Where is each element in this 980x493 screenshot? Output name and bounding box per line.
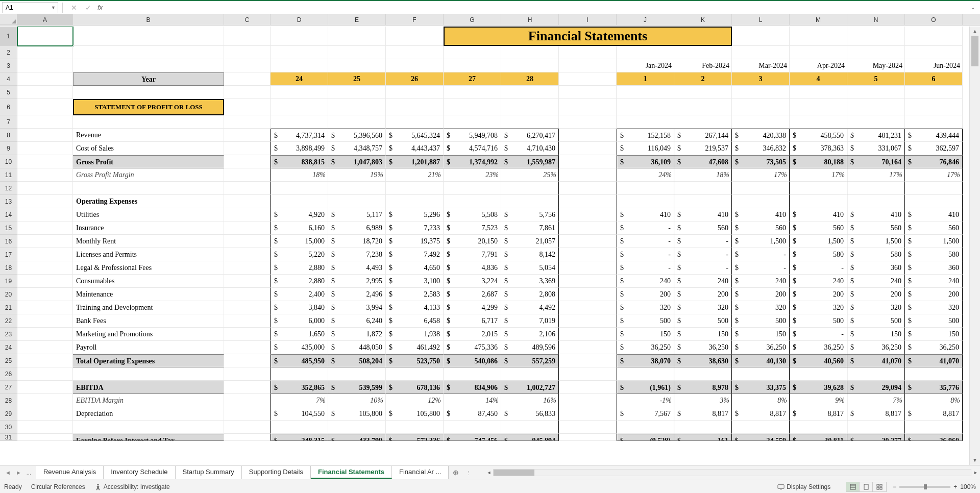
line-item-label[interactable] <box>73 421 224 434</box>
column-header-J[interactable]: J <box>617 14 674 25</box>
row-header-9[interactable]: 9 <box>0 142 17 155</box>
line-item-label[interactable]: EBITDA <box>73 381 224 394</box>
select-all-corner[interactable] <box>0 14 17 25</box>
line-item-label[interactable] <box>73 182 224 195</box>
sheet-tab[interactable]: Inventory Schedule <box>104 466 175 479</box>
column-header-M[interactable]: M <box>790 14 847 25</box>
line-item-label[interactable]: Bank Fees <box>73 314 224 328</box>
month-number[interactable]: 4 <box>790 72 847 86</box>
line-item-label[interactable]: Cost of Sales <box>73 142 224 155</box>
line-item-label[interactable]: Legal & Professional Fees <box>73 261 224 275</box>
month-number[interactable]: 6 <box>905 72 963 86</box>
row-header-16[interactable]: 16 <box>0 235 17 248</box>
line-item-label[interactable]: Maintenance <box>73 288 224 301</box>
hscroll-left-icon[interactable]: ◄ <box>484 470 493 475</box>
column-header-E[interactable]: E <box>328 14 386 25</box>
line-item-label[interactable]: EBITDA Margin <box>73 394 224 407</box>
row-header-7[interactable]: 7 <box>0 115 17 129</box>
line-item-label[interactable]: Insurance <box>73 221 224 235</box>
row-header-6[interactable]: 6 <box>0 99 17 115</box>
line-item-label[interactable]: Gross Profit Margin <box>73 168 224 182</box>
hscroll-right-icon[interactable]: ► <box>971 470 980 475</box>
view-page-layout-icon[interactable] <box>860 482 873 491</box>
month-label[interactable]: Jun-2024 <box>905 59 963 72</box>
zoom-in-icon[interactable]: + <box>953 483 957 490</box>
line-item-label[interactable] <box>73 367 224 381</box>
row-header-24[interactable]: 24 <box>0 341 17 354</box>
line-item-label[interactable]: Gross Profit <box>73 155 224 168</box>
line-item-label[interactable]: Monthly Rent <box>73 235 224 248</box>
month-label[interactable]: May-2024 <box>847 59 905 72</box>
row-header-23[interactable]: 23 <box>0 328 17 341</box>
expand-formula-bar-icon[interactable]: ⌄ <box>968 5 978 10</box>
row-header-15[interactable]: 15 <box>0 221 17 235</box>
line-item-label[interactable]: Licenses and Permits <box>73 248 224 261</box>
tab-more-icon[interactable]: ... <box>24 470 33 476</box>
row-header-19[interactable]: 19 <box>0 275 17 288</box>
row-header-2[interactable]: 2 <box>0 46 17 59</box>
month-number[interactable]: 5 <box>847 72 905 86</box>
column-header-H[interactable]: H <box>501 14 559 25</box>
year-label[interactable]: Year <box>73 72 224 86</box>
row-header-5[interactable]: 5 <box>0 86 17 99</box>
cancel-icon[interactable]: ✕ <box>67 4 81 12</box>
year-number[interactable]: 27 <box>444 72 501 86</box>
month-number[interactable]: 3 <box>732 72 790 86</box>
row-header-29[interactable]: 29 <box>0 407 17 421</box>
month-label[interactable]: Feb-2024 <box>674 59 732 72</box>
sheet-tab[interactable]: Revenue Analysis <box>36 466 104 479</box>
fx-icon[interactable]: fx <box>97 4 103 11</box>
sheet-tab[interactable]: Startup Summary <box>176 466 242 479</box>
month-number[interactable]: 2 <box>674 72 732 86</box>
zoom-slider[interactable] <box>899 486 950 488</box>
section-header[interactable]: STATEMENT OF PROFIT OR LOSS <box>73 99 224 115</box>
display-settings[interactable]: Display Settings <box>777 483 830 490</box>
line-item-label[interactable]: Utilities <box>73 208 224 221</box>
view-page-break-icon[interactable] <box>873 482 886 491</box>
sheet-tab[interactable]: Supporting Details <box>242 466 311 479</box>
row-header-8[interactable]: 8 <box>0 129 17 142</box>
row-header-27[interactable]: 27 <box>0 381 17 394</box>
name-box-dropdown-icon[interactable]: ▼ <box>51 5 56 10</box>
row-header-12[interactable]: 12 <box>0 182 17 195</box>
hscroll-thumb[interactable] <box>494 470 534 476</box>
add-sheet-icon[interactable]: ⊕ <box>449 469 463 477</box>
row-header-28[interactable]: 28 <box>0 394 17 407</box>
row-header-21[interactable]: 21 <box>0 301 17 314</box>
row-header-22[interactable]: 22 <box>0 314 17 328</box>
line-item-label[interactable]: Consumables <box>73 275 224 288</box>
column-header-B[interactable]: B <box>73 14 224 25</box>
name-box[interactable]: A1 ▼ <box>2 2 58 13</box>
line-item-label[interactable]: Earning Before Interest and Tax <box>73 434 224 441</box>
line-item-label[interactable]: Training and Development <box>73 301 224 314</box>
year-number[interactable]: 28 <box>501 72 559 86</box>
horizontal-scrollbar[interactable]: ◄ ► <box>484 469 980 476</box>
row-header-30[interactable]: 30 <box>0 421 17 434</box>
tab-next-icon[interactable]: ► <box>14 470 23 476</box>
row-header-14[interactable]: 14 <box>0 208 17 221</box>
row-header-10[interactable]: 10 <box>0 155 17 168</box>
line-item-label[interactable]: Revenue <box>73 129 224 142</box>
sheet-tab[interactable]: Financial Statements <box>311 466 392 479</box>
row-header-20[interactable]: 20 <box>0 288 17 301</box>
column-header-L[interactable]: L <box>732 14 790 25</box>
row-header-13[interactable]: 13 <box>0 195 17 208</box>
line-item-label[interactable]: Total Operating Expenses <box>73 354 224 367</box>
month-label[interactable]: Apr-2024 <box>790 59 847 72</box>
scroll-up-icon[interactable]: ▲ <box>970 27 980 36</box>
line-item-label[interactable]: Depreciation <box>73 407 224 421</box>
row-header-25[interactable]: 25 <box>0 354 17 367</box>
confirm-icon[interactable]: ✓ <box>81 4 95 12</box>
row-header-26[interactable]: 26 <box>0 367 17 381</box>
status-accessibility[interactable]: Accessibility: Investigate <box>94 483 170 490</box>
row-header-4[interactable]: 4 <box>0 72 17 86</box>
zoom-out-icon[interactable]: − <box>893 483 896 490</box>
year-number[interactable]: 26 <box>386 72 444 86</box>
spreadsheet-grid[interactable]: 1Financial Statements23Jan-2024Feb-2024M… <box>0 27 969 465</box>
month-label[interactable]: Jan-2024 <box>617 59 674 72</box>
vertical-scrollbar[interactable]: ▲ ▼ <box>969 27 980 465</box>
row-header-11[interactable]: 11 <box>0 168 17 182</box>
column-header-A[interactable]: A <box>17 14 73 25</box>
line-item-label[interactable]: Marketing and Promotions <box>73 328 224 341</box>
column-header-I[interactable]: I <box>559 14 617 25</box>
